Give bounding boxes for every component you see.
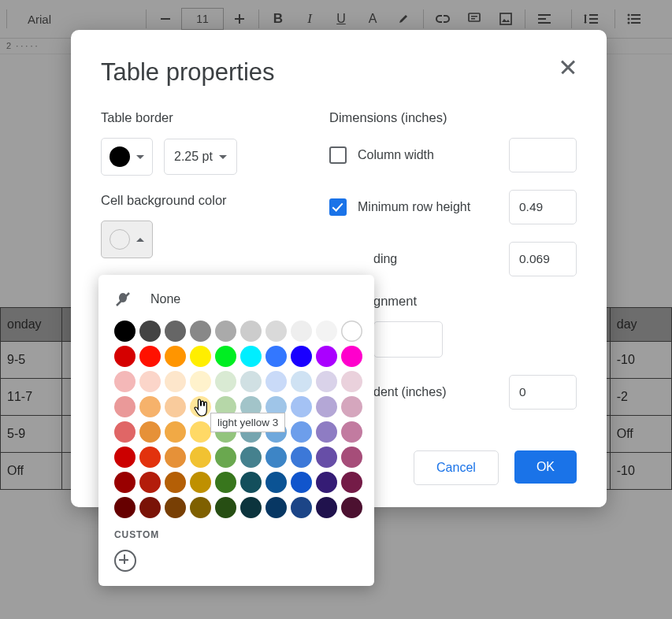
chevron-down-icon [219,155,227,159]
color-swatch[interactable] [316,346,337,367]
color-swatch[interactable] [190,421,211,443]
color-swatch[interactable] [291,371,312,392]
color-swatch[interactable] [291,346,312,367]
color-swatch[interactable] [165,447,186,468]
color-swatch[interactable] [139,421,161,443]
row-height-checkbox[interactable] [329,198,347,216]
add-custom-color-icon[interactable] [114,550,136,572]
cell-padding-field[interactable] [509,242,577,276]
border-color-swatch [110,146,130,167]
color-swatch[interactable] [165,497,186,518]
color-swatch[interactable] [215,346,236,367]
color-swatch[interactable] [190,497,211,518]
color-swatch[interactable] [190,447,211,468]
dialog-title: Table properties [101,58,577,87]
color-swatch[interactable] [240,371,262,392]
chevron-down-icon [136,155,144,159]
column-width-label: Column width [358,148,434,162]
table-border-label: Table border [101,110,298,125]
color-swatch[interactable] [341,346,362,367]
color-swatch[interactable] [316,497,337,518]
indent-field[interactable] [509,375,577,410]
color-swatch[interactable] [190,371,211,392]
color-swatch[interactable] [316,396,337,417]
cell-bg-color-dropdown[interactable] [101,221,153,258]
color-swatch[interactable] [215,321,236,342]
color-tooltip: light yellow 3 [210,413,285,432]
color-swatch[interactable] [215,371,236,392]
color-swatch[interactable] [265,346,287,367]
color-swatch[interactable] [240,321,262,342]
color-swatch[interactable] [341,421,362,443]
ok-button[interactable]: OK [514,450,577,484]
color-swatch[interactable] [341,396,362,417]
color-swatch[interactable] [215,447,236,468]
color-swatch[interactable] [265,497,287,518]
alignment-dropdown[interactable] [373,321,443,358]
color-swatch[interactable] [190,321,211,342]
color-swatch[interactable] [165,321,186,342]
cell-bg-swatch [110,229,130,250]
color-swatch[interactable] [215,497,236,518]
color-swatch[interactable] [341,497,362,518]
color-swatch[interactable] [240,447,262,468]
color-swatch[interactable] [265,447,287,468]
color-swatch[interactable] [139,447,161,468]
color-swatch[interactable] [341,472,362,493]
color-swatch[interactable] [240,497,262,518]
color-swatch[interactable] [341,447,362,468]
color-swatch[interactable] [165,396,186,417]
color-swatch[interactable] [291,472,312,493]
color-swatch[interactable] [316,421,337,443]
color-swatch[interactable] [291,497,312,518]
color-swatch[interactable] [139,472,161,493]
color-swatch[interactable] [240,346,262,367]
color-swatch[interactable] [316,371,337,392]
color-swatch[interactable] [190,346,211,367]
color-swatch[interactable] [139,497,161,518]
color-swatch[interactable] [316,472,337,493]
color-swatch[interactable] [114,497,136,518]
border-color-dropdown[interactable] [101,138,153,176]
color-swatch[interactable] [341,321,362,342]
color-swatch[interactable] [139,321,161,342]
color-swatch[interactable] [114,472,136,493]
color-swatch[interactable] [114,396,136,417]
color-swatch[interactable] [291,321,312,342]
color-swatch[interactable] [316,447,337,468]
color-swatch[interactable] [316,321,337,342]
color-swatch[interactable] [114,346,136,367]
color-swatch[interactable] [139,371,161,392]
color-swatch[interactable] [165,371,186,392]
color-swatch[interactable] [139,396,161,417]
close-icon[interactable] [558,57,580,79]
color-swatch[interactable] [114,447,136,468]
color-swatch[interactable] [165,421,186,443]
color-swatch[interactable] [215,472,236,493]
border-width-dropdown[interactable]: 2.25 pt [164,139,237,175]
cursor-icon [193,397,209,416]
color-swatch[interactable] [240,472,262,493]
row-height-field[interactable] [509,190,577,224]
color-swatch[interactable] [291,447,312,468]
color-swatch[interactable] [265,472,287,493]
color-swatch[interactable] [114,371,136,392]
none-label[interactable]: None [150,292,180,306]
alignment-label-partial: gnment [373,294,577,309]
color-swatch[interactable] [341,371,362,392]
color-swatch[interactable] [165,472,186,493]
color-swatch[interactable] [139,346,161,367]
color-swatch[interactable] [291,421,312,443]
reset-color-icon[interactable] [114,291,132,308]
column-width-field[interactable] [509,138,577,172]
color-swatch[interactable] [265,371,287,392]
color-swatch[interactable] [291,396,312,417]
color-swatch[interactable] [114,421,136,443]
color-swatch[interactable] [190,472,211,493]
color-swatch[interactable] [165,346,186,367]
color-swatch[interactable] [114,321,136,342]
custom-label: CUSTOM [114,529,358,540]
color-swatch[interactable] [265,321,287,342]
column-width-checkbox[interactable] [329,146,347,164]
cancel-button[interactable]: Cancel [414,450,499,485]
